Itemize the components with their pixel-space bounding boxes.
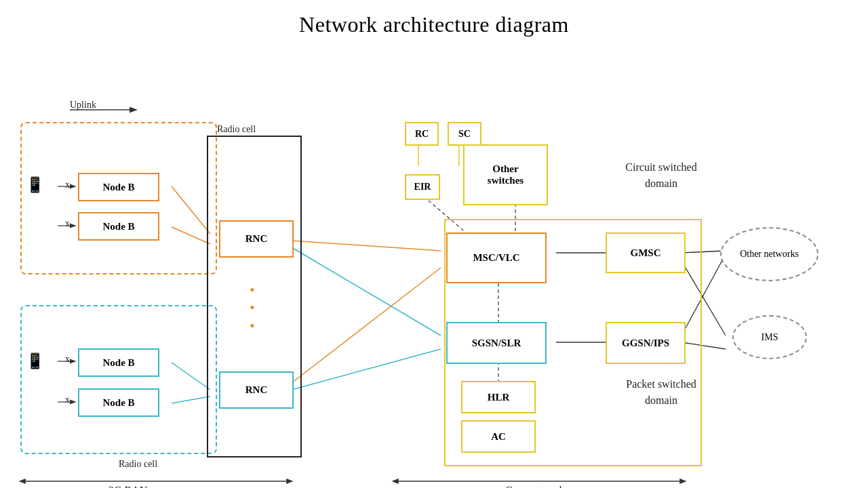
- rnc-bottom: RNC: [219, 371, 294, 409]
- node-b-3: Node B: [78, 348, 159, 377]
- dots-ellipsis: •••: [250, 281, 255, 335]
- rc-box: RC: [405, 122, 439, 146]
- svg-line-7: [292, 349, 441, 390]
- radio-cell-bottom-label: Radio cell: [119, 459, 157, 470]
- radio-cell-top-label: Radio cell: [217, 124, 256, 135]
- x-label-3: x: [65, 354, 70, 365]
- node-b-4: Node B: [78, 388, 159, 417]
- msc-vlc-box: MSC/VLC: [446, 232, 547, 283]
- svg-line-8: [292, 268, 441, 383]
- diagram-area: Radio cell Radio cell Uplink 📱 📱 x x x x…: [0, 44, 868, 488]
- node-b-1: Node B: [78, 173, 159, 201]
- gmsc-box: GMSC: [606, 232, 686, 273]
- ggsn-ips-box: GGSN/IPS: [606, 322, 686, 364]
- x-label-2: x: [65, 218, 70, 229]
- svg-line-5: [292, 241, 441, 251]
- x-label-4: x: [65, 394, 70, 405]
- ac-box: AC: [461, 420, 536, 453]
- ims-ellipse: IMS: [732, 315, 807, 359]
- node-b-2: Node B: [78, 212, 159, 241]
- uplink-label: Uplink: [70, 100, 96, 110]
- sc-box: SC: [448, 122, 481, 146]
- phone-icon-top: 📱: [26, 176, 44, 194]
- other-networks-ellipse: Other networks: [720, 227, 818, 281]
- core-network-label: Core network: [505, 485, 565, 488]
- page-title: Network architecture diagram: [0, 0, 868, 44]
- eir-box: EIR: [405, 174, 440, 200]
- rnc-top: RNC: [219, 220, 294, 258]
- other-switches-box: Other switches: [463, 144, 548, 205]
- sgsn-slr-box: SGSN/SLR: [446, 322, 547, 364]
- radio-cell-teal-region: [20, 305, 217, 454]
- svg-line-6: [292, 247, 441, 336]
- hlr-box: HLR: [461, 381, 536, 413]
- packet-switched-label: Packet switcheddomain: [614, 376, 709, 409]
- x-label-1: x: [65, 180, 70, 190]
- circuit-switched-label: Circuit switcheddomain: [614, 159, 709, 192]
- 3gran-label: 3G RAN: [108, 485, 147, 488]
- phone-icon-bottom: 📱: [26, 352, 44, 370]
